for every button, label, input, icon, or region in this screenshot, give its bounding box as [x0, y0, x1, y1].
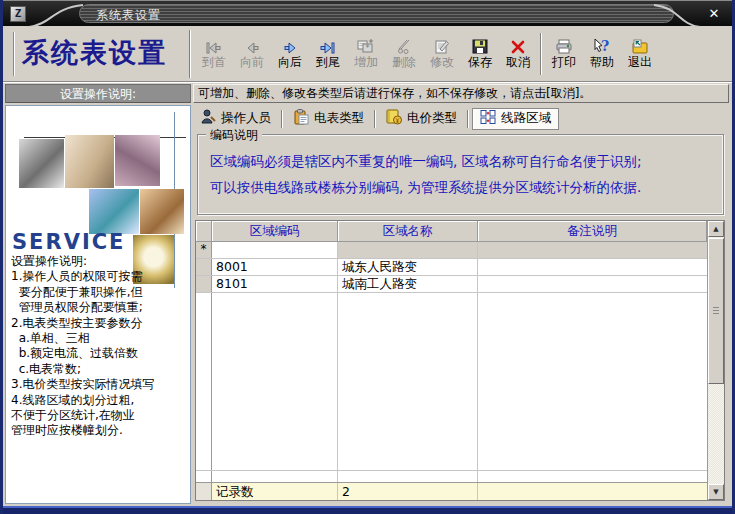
last-record-icon — [320, 30, 336, 54]
help-label: 帮助 — [590, 54, 614, 71]
close-icon[interactable]: ✕ — [705, 5, 723, 23]
tabbar: 操作人员 电表类型 — [194, 106, 729, 131]
delete-label: 删除 — [392, 54, 416, 71]
add-button: * 增加 — [347, 30, 385, 78]
next-record-icon — [283, 30, 298, 54]
new-record-note-cell[interactable] — [478, 242, 707, 258]
cancel-button[interactable]: 取消 — [499, 30, 537, 78]
cell-code[interactable]: 8001 — [212, 259, 338, 275]
modify-label: 修改 — [430, 54, 454, 71]
last-record-button[interactable]: 到尾 — [309, 30, 347, 78]
svg-text:*: * — [366, 44, 370, 53]
tab-line-areas-label: 线路区域 — [501, 110, 551, 127]
next-record-label: 向后 — [278, 54, 302, 71]
operator-person-icon — [201, 109, 216, 128]
sidebar-panel: SERVICE 设置操作说明: 1.操作人员的权限可按需 要分配便于兼职操作,但… — [5, 105, 191, 504]
area-grid: 区域编码 区域名称 备注说明 * 8001 城东人民路变 8101 城南工人路变 — [196, 221, 707, 500]
exit-icon — [632, 30, 648, 54]
tab-separator — [374, 110, 376, 128]
photo-tile-metal — [19, 139, 64, 188]
photo-tile-hand — [140, 189, 184, 234]
row-indicator-header — [196, 221, 212, 242]
cell-name[interactable]: 城南工人路变 — [338, 276, 478, 292]
header-separator — [189, 30, 191, 78]
help-button[interactable]: ? 帮助 — [583, 30, 621, 78]
scroll-down-icon[interactable]: ▼ — [708, 484, 724, 500]
tab-price-types[interactable]: 电价类型 — [379, 108, 464, 130]
area-table: 区域编码 区域名称 备注说明 * 8001 城东人民路变 8101 城南工人路变 — [195, 220, 725, 501]
exit-button[interactable]: 退出 — [621, 30, 659, 78]
scroll-up-icon[interactable]: ▲ — [708, 221, 724, 237]
row-indicator — [196, 259, 212, 275]
tab-meter-types[interactable]: 电表类型 — [286, 108, 371, 130]
groupbox-line-1: 区域编码必须是辖区内不重复的唯一编码, 区域名称可自行命名便于识别; — [210, 148, 717, 174]
page-title: 系统表设置 — [13, 32, 185, 76]
cell-note[interactable] — [478, 259, 707, 275]
record-count-label: 记录数 — [212, 483, 338, 500]
toolbar: 到首 向前 向后 到尾 — [195, 30, 730, 80]
save-button[interactable]: 保存 — [461, 30, 499, 78]
first-record-label: 到首 — [202, 54, 226, 71]
edit-icon — [435, 30, 450, 54]
system-menu-icon[interactable]: Z — [10, 6, 26, 22]
photo-tile-keyboard — [89, 189, 139, 234]
titlebar-pill: 系统表设置 — [79, 4, 674, 23]
next-record-button[interactable]: 向后 — [271, 30, 309, 78]
help-icon: ? — [593, 30, 611, 54]
save-floppy-icon — [472, 30, 488, 54]
cell-code[interactable]: 8101 — [212, 276, 338, 292]
column-header-note: 备注说明 — [478, 221, 707, 242]
window-bottom-border — [3, 506, 732, 514]
table-row[interactable]: 8101 城南工人路变 — [196, 276, 707, 293]
scrollbar-thumb[interactable] — [708, 238, 724, 384]
vertical-scrollbar[interactable]: ▲ ▼ — [707, 221, 724, 500]
new-record-name-cell[interactable] — [338, 242, 478, 258]
groupbox-line-2: 可以按供电线路或楼栋分别编码, 为管理系统提供分区域统计分析的依据. — [210, 174, 717, 200]
new-record-row[interactable]: * — [196, 242, 707, 259]
column-header-code: 区域编码 — [212, 221, 338, 242]
photo-tile-pens — [115, 135, 160, 186]
previous-record-label: 向前 — [240, 54, 264, 71]
record-count-row: 记录数 2 — [196, 482, 707, 500]
new-record-code-cell[interactable] — [212, 242, 338, 258]
svg-text:?: ? — [601, 38, 609, 54]
table-header-row: 区域编码 区域名称 备注说明 — [196, 221, 707, 242]
sidebar: 设置操作说明: SERVICE 设置操作说明: 1.操作人员的权限可按需 要分配… — [5, 84, 191, 504]
first-record-button: 到首 — [195, 30, 233, 78]
cancel-label: 取消 — [506, 54, 530, 71]
cell-note[interactable] — [478, 276, 707, 292]
row-indicator — [196, 276, 212, 292]
line-area-network-icon — [480, 109, 496, 128]
record-count-value: 2 — [338, 483, 478, 500]
header-band: 系统表设置 到首 向前 向后 — [3, 26, 732, 82]
sidebar-instructions: 设置操作说明: 1.操作人员的权限可按需 要分配便于兼职操作,但 管理员权限分配… — [11, 254, 190, 439]
groupbox-title: 编码说明 — [206, 127, 262, 144]
tab-separator — [467, 110, 469, 128]
first-record-icon — [206, 30, 222, 54]
photo-tile-pen — [65, 135, 114, 188]
tab-operators-label: 操作人员 — [221, 110, 271, 127]
previous-record-button: 向前 — [233, 30, 271, 78]
app-window: Z 系统表设置 ✕ 系统表设置 到首 向前 — [0, 0, 735, 514]
titlebar-swoosh-left — [25, 1, 85, 27]
tab-meter-types-label: 电表类型 — [314, 110, 364, 127]
tab-separator — [281, 110, 283, 128]
tab-line-areas[interactable]: 线路区域 — [472, 108, 559, 130]
toolbar-separator — [540, 33, 542, 75]
price-type-book-icon — [386, 109, 402, 128]
titlebar: Z 系统表设置 ✕ — [3, 0, 732, 26]
table-row[interactable]: 8001 城东人民路变 — [196, 259, 707, 276]
scrollbar-track[interactable] — [708, 384, 724, 484]
save-label: 保存 — [468, 54, 492, 71]
print-button[interactable]: 打印 — [545, 30, 583, 78]
last-record-label: 到尾 — [316, 54, 340, 71]
new-record-marker: * — [196, 242, 212, 258]
print-label: 打印 — [552, 54, 576, 71]
previous-record-icon — [245, 30, 260, 54]
cell-name[interactable]: 城东人民路变 — [338, 259, 478, 275]
titlebar-swoosh-right — [652, 1, 702, 27]
meter-type-clipboard-icon — [293, 109, 309, 128]
modify-button: 修改 — [423, 30, 461, 78]
scrollbar-grip — [713, 307, 719, 315]
add-icon: * — [357, 30, 375, 54]
